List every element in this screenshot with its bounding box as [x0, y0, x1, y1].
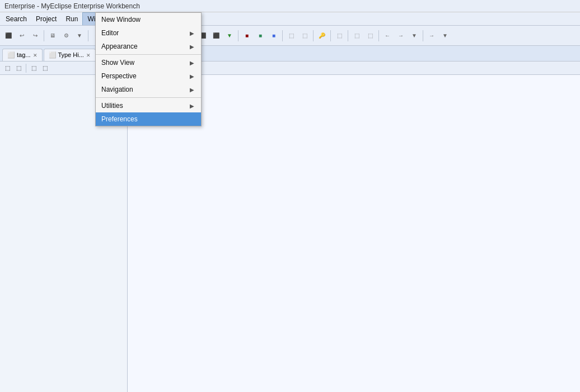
sub-toolbar-btn-2[interactable]: ⬚	[13, 63, 24, 73]
toolbar-sep-10	[348, 30, 348, 41]
menu-show-view[interactable]: Show View ▶	[96, 56, 201, 69]
menu-perspective[interactable]: Perspective ▶	[96, 69, 201, 83]
toolbar-sep-11	[378, 30, 379, 41]
toolbar-btn-1[interactable]: ⬛	[2, 30, 15, 42]
menu-item-run[interactable]: Run	[61, 12, 82, 25]
toolbar-btn-21[interactable]: ⬚	[333, 30, 345, 42]
sub-toolbar-btn-1[interactable]: ⬚	[2, 63, 12, 73]
toolbar-sep-6	[238, 30, 238, 41]
menu-navigation[interactable]: Navigation ▶	[96, 83, 201, 96]
menu-sep-2	[96, 97, 201, 98]
menu-item-search[interactable]: Search	[1, 12, 31, 25]
menu-sep-1	[96, 54, 201, 55]
toolbar-btn-26[interactable]: ▼	[408, 30, 420, 42]
tab-typehi[interactable]: ⬜ Type Hi... ✕	[44, 49, 96, 61]
toolbar-sep-9	[330, 30, 331, 41]
menu-bar: Search Project Run Window Help	[0, 12, 580, 26]
toolbar-btn-15[interactable]: ■	[241, 30, 253, 42]
toolbar-btn-22[interactable]: ⬚	[350, 30, 363, 42]
main-area	[0, 75, 580, 392]
toolbar-btn-18[interactable]: ⬚	[285, 30, 297, 42]
menu-navigation-arrow-icon: ▶	[190, 87, 194, 93]
menu-perspective-arrow-icon: ▶	[190, 73, 194, 79]
sub-toolbar-btn-3[interactable]: ⬚	[29, 63, 39, 73]
toolbar-sep-7	[282, 30, 283, 41]
toolbar-btn-28[interactable]: ▼	[439, 30, 451, 42]
title-text: Enterprise - MyEclipse Enterprise Workbe…	[4, 2, 140, 10]
toolbar-btn-4[interactable]: 🖥	[46, 30, 59, 42]
toolbar-btn-19[interactable]: ⬚	[298, 30, 311, 42]
menu-navigation-label: Navigation	[101, 86, 133, 93]
toolbar-sep-2	[88, 30, 88, 41]
menu-utilities[interactable]: Utilities ▶	[96, 99, 201, 112]
menu-show-view-arrow-icon: ▶	[190, 60, 194, 66]
toolbar-btn-14[interactable]: ▼	[223, 30, 236, 42]
sub-toolbar-btn-4[interactable]: ⬚	[40, 63, 50, 73]
toolbar-btn-24[interactable]: ←	[381, 30, 394, 42]
menu-editor[interactable]: Editor ▶	[96, 26, 201, 40]
menu-appearance-arrow-icon: ▶	[190, 44, 194, 50]
toolbar-btn-2[interactable]: ↩	[16, 30, 28, 42]
toolbar-btn-27[interactable]: →	[425, 30, 438, 42]
menu-editor-label: Editor	[101, 29, 119, 37]
sub-toolbar: ⬚ ⬚ ⬚ ⬚	[0, 62, 580, 75]
tab-tag-close-icon[interactable]: ✕	[33, 53, 38, 58]
window-dropdown-menu: New Window Editor ▶ Appearance ▶ Show Vi…	[95, 12, 202, 126]
menu-preferences-label: Preferences	[101, 115, 138, 123]
toolbar-btn-16[interactable]: ■	[254, 30, 266, 42]
toolbar-btn-13[interactable]: ⬛	[210, 30, 222, 42]
menu-item-project[interactable]: Project	[31, 12, 61, 25]
toolbar-btn-25[interactable]: →	[395, 30, 407, 42]
toolbar-sep-8	[313, 30, 314, 41]
menu-utilities-arrow-icon: ▶	[190, 103, 194, 109]
menu-perspective-label: Perspective	[101, 72, 137, 80]
toolbar-btn-3[interactable]: ↪	[29, 30, 41, 42]
toolbar-btn-20[interactable]: 🔑	[316, 30, 328, 42]
toolbar-btn-23[interactable]: ⬚	[364, 30, 376, 42]
toolbar-btn-17[interactable]: ■	[268, 30, 280, 42]
menu-show-view-label: Show View	[101, 59, 134, 67]
sub-sep-1	[26, 64, 26, 73]
main-toolbar: ⬛ ↩ ↪ 🖥 ⚙ ▼ ✦ ▶ ▼ ⬡ ▼ ⬢ ▼ ⬛ ⬛ ▼ ■ ■ ■ ⬚ …	[0, 26, 580, 46]
menu-utilities-label: Utilities	[101, 102, 123, 110]
toolbar-sep-1	[44, 30, 44, 41]
toolbar-btn-6[interactable]: ▼	[73, 30, 86, 42]
title-bar: Enterprise - MyEclipse Enterprise Workbe…	[0, 0, 580, 12]
tab-typehi-label: ⬜ Type Hi...	[49, 51, 84, 59]
menu-editor-arrow-icon: ▶	[190, 30, 194, 36]
menu-new-window-label: New Window	[101, 16, 141, 23]
toolbar-sep-12	[423, 30, 423, 41]
menu-appearance-label: Appearance	[101, 42, 138, 50]
tab-tag[interactable]: ⬜ tag... ✕	[2, 49, 43, 61]
menu-appearance[interactable]: Appearance ▶	[96, 40, 201, 53]
tab-area: ⬜ tag... ✕ ⬜ Type Hi... ✕	[0, 46, 580, 62]
menu-new-window[interactable]: New Window	[96, 13, 201, 26]
toolbar-btn-5[interactable]: ⚙	[60, 30, 72, 42]
tab-tag-label: ⬜ tag...	[7, 51, 31, 59]
tab-typehi-close-icon[interactable]: ✕	[86, 53, 91, 58]
menu-preferences[interactable]: Preferences	[96, 112, 201, 126]
